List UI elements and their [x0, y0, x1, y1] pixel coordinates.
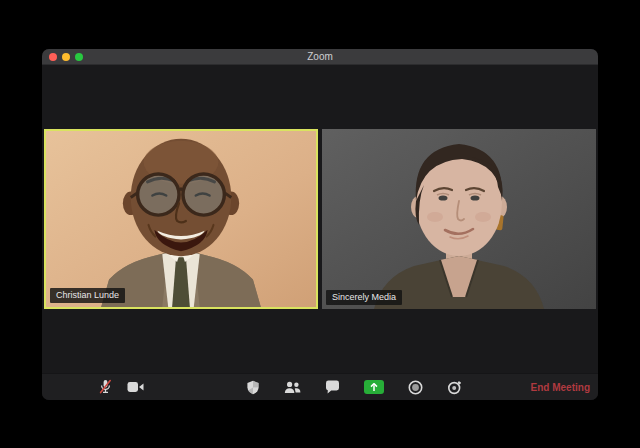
end-meeting-button[interactable]: End Meeting — [531, 374, 590, 400]
video-grid: Christian Lunde — [42, 65, 598, 373]
window-titlebar: Zoom — [42, 49, 598, 65]
video-tile-christian-lunde[interactable]: Christian Lunde — [44, 129, 318, 309]
participant-name-tag: Sincerely Media — [326, 290, 402, 305]
video-feed-sincerely-media — [322, 129, 596, 309]
zoom-app-window: Zoom — [42, 49, 598, 400]
close-window-button[interactable] — [49, 53, 57, 61]
meeting-toolbar: End Meeting — [42, 373, 598, 400]
stopwatch-icon — [447, 380, 462, 395]
share-screen-button[interactable] — [364, 374, 384, 401]
toolbar-left-group — [98, 374, 144, 401]
shield-security-icon — [246, 380, 260, 395]
record-icon — [408, 380, 423, 395]
record-button[interactable] — [408, 374, 423, 401]
window-title: Zoom — [42, 49, 598, 65]
toolbar-center-group — [246, 374, 462, 401]
participants-button[interactable] — [284, 374, 301, 401]
traffic-light-buttons — [49, 53, 83, 61]
reactions-button[interactable] — [447, 374, 462, 401]
video-camera-icon — [127, 381, 144, 393]
microphone-muted-icon — [98, 379, 113, 395]
video-feed-christian-lunde — [46, 131, 316, 307]
chat-button[interactable] — [325, 374, 340, 401]
video-tile-sincerely-media[interactable]: Sincerely Media — [322, 129, 596, 309]
security-button[interactable] — [246, 374, 260, 401]
minimize-window-button[interactable] — [62, 53, 70, 61]
participants-icon — [284, 381, 301, 394]
mute-button[interactable] — [98, 374, 113, 401]
share-screen-up-arrow-icon — [364, 380, 384, 394]
chat-bubble-icon — [325, 380, 340, 394]
fullscreen-window-button[interactable] — [75, 53, 83, 61]
desktop-background: Zoom — [0, 0, 640, 448]
stop-video-button[interactable] — [127, 374, 144, 401]
participant-name-tag: Christian Lunde — [50, 288, 125, 303]
